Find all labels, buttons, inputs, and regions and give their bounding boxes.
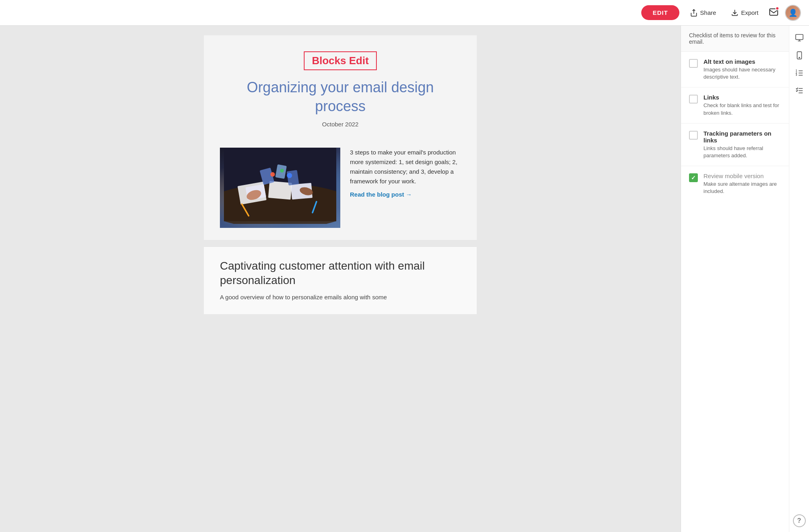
list-numbered-icon: 1 2 3: [795, 69, 804, 77]
topbar: EDIT Share Export 👤: [0, 0, 809, 26]
article-image-svg: [224, 148, 336, 224]
main-layout: Blocks Edit Organizing your email design…: [0, 26, 809, 532]
read-blog-link[interactable]: Read the blog post →: [350, 191, 412, 198]
help-button[interactable]: ?: [793, 514, 806, 527]
email-header: Blocks Edit Organizing your email design…: [204, 35, 477, 140]
checklist-header: Checklist of items to review for this em…: [681, 26, 789, 52]
side-toolbar: 1 2 3 ?: [789, 26, 809, 532]
checklist-item-title: Alt text on images: [703, 58, 781, 65]
featured-image: [220, 148, 340, 228]
featured-inner: 3 steps to make your email's production …: [220, 148, 461, 228]
brand-label: Blocks Edit: [304, 51, 377, 70]
right-panel: Checklist of items to review for this em…: [681, 26, 809, 532]
email-container: Blocks Edit Organizing your email design…: [204, 35, 477, 314]
list-check-icon: [795, 86, 804, 95]
second-section: Captivating customer attention with emai…: [204, 246, 477, 315]
featured-section: 3 steps to make your email's production …: [204, 140, 477, 240]
featured-desc: 3 steps to make your email's production …: [350, 148, 461, 186]
checklist-item-desc: Make sure alternate images are included.: [703, 181, 781, 195]
checkbox-tracking[interactable]: [689, 131, 698, 140]
checklist-item-title: Review mobile version: [703, 173, 781, 179]
checklist-panel: Checklist of items to review for this em…: [681, 26, 789, 532]
checklist-item: Tracking parameters on links Links shoul…: [681, 124, 789, 166]
svg-text:3: 3: [795, 73, 797, 76]
numbered-list-button[interactable]: 1 2 3: [792, 66, 807, 80]
section-divider: [204, 240, 477, 246]
checklist-item-desc: Images should have necessary descriptive…: [703, 66, 781, 81]
checklist-item-content: Tracking parameters on links Links shoul…: [703, 130, 781, 159]
checklist-item: Alt text on images Images should have ne…: [681, 52, 789, 87]
desktop-view-button[interactable]: [792, 30, 807, 45]
featured-text: 3 steps to make your email's production …: [350, 148, 461, 198]
notification-dot: [775, 6, 779, 10]
second-desc: A good overview of how to personalize em…: [220, 292, 461, 302]
share-icon: [690, 9, 698, 17]
export-button[interactable]: Export: [727, 6, 762, 19]
edit-button[interactable]: EDIT: [641, 5, 679, 20]
svg-point-16: [287, 173, 292, 178]
svg-rect-17: [795, 35, 803, 40]
checklist-item-title: Links: [703, 94, 781, 101]
checkbox-alt-text[interactable]: [689, 59, 698, 68]
checklist-item-content: Links Check for blank links and test for…: [703, 94, 781, 116]
svg-point-14: [270, 172, 275, 177]
canvas-area: Blocks Edit Organizing your email design…: [0, 26, 681, 532]
email-title: Organizing your email design process: [220, 78, 461, 116]
email-date: October 2022: [220, 121, 461, 128]
checklist-item-title: Tracking parameters on links: [703, 130, 781, 144]
checklist-view-button[interactable]: [792, 83, 807, 98]
second-title: Captivating customer attention with emai…: [220, 259, 461, 288]
checkbox-links[interactable]: [689, 95, 698, 104]
featured-image-inner: [220, 148, 340, 228]
checkbox-mobile[interactable]: [689, 173, 698, 182]
svg-point-19: [799, 57, 800, 58]
mobile-view-button[interactable]: [792, 48, 807, 63]
share-label: Share: [700, 9, 716, 16]
checklist-item: Links Check for blank links and test for…: [681, 87, 789, 123]
checklist-item-content: Alt text on images Images should have ne…: [703, 58, 781, 81]
avatar-image: 👤: [786, 6, 800, 20]
checklist-item-desc: Links should have referral parameters ad…: [703, 145, 781, 159]
checklist-item-desc: Check for blank links and test for broke…: [703, 102, 781, 116]
avatar[interactable]: 👤: [785, 5, 801, 21]
notifications-button[interactable]: [769, 7, 779, 18]
export-label: Export: [741, 9, 758, 16]
export-icon: [731, 9, 739, 17]
checklist-item: Review mobile version Make sure alternat…: [681, 166, 789, 201]
svg-point-15: [280, 169, 284, 172]
mobile-icon: [795, 51, 804, 60]
share-button[interactable]: Share: [686, 6, 720, 19]
checklist-item-content: Review mobile version Make sure alternat…: [703, 173, 781, 195]
desktop-icon: [795, 33, 804, 42]
